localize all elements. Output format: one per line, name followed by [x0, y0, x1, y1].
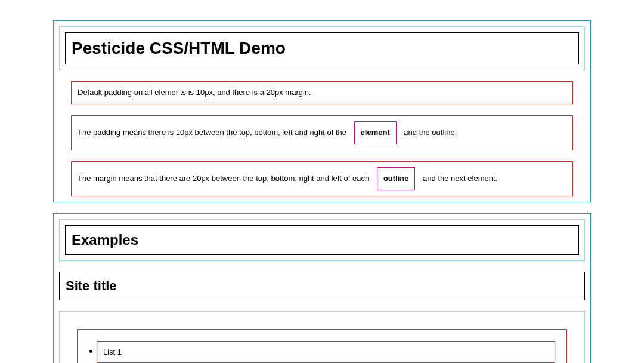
intro-paragraph-2: The padding means there is 10px between …	[72, 116, 572, 150]
examples-section: Examples Site title List 1	[54, 214, 590, 363]
intro-paragraph-3: The margin means that there are 20px bet…	[72, 162, 572, 196]
element-strong: element	[355, 122, 396, 144]
page-title: Pesticide CSS/HTML Demo	[66, 33, 578, 64]
intro-section: Pesticide CSS/HTML Demo Default padding …	[54, 21, 590, 202]
intro-paragraph-1: Default padding on all elements is 10px,…	[72, 82, 572, 104]
intro-header-box: Pesticide CSS/HTML Demo	[60, 27, 584, 70]
p2-text-b: and the outline.	[404, 128, 457, 137]
p2-text-a: The padding means there is 10px between …	[78, 128, 346, 137]
outline-strong: outline	[377, 168, 415, 190]
list-outer: List 1	[78, 330, 566, 363]
site-title-heading: Site title	[60, 272, 584, 300]
p3-text-a: The margin means that there are 20px bet…	[78, 174, 369, 183]
examples-heading: Examples	[66, 226, 578, 254]
nav-box: List 1	[60, 312, 584, 363]
examples-header-box: Examples	[60, 220, 584, 260]
p3-text-b: and the next element.	[423, 174, 497, 183]
bullet-icon	[89, 350, 92, 353]
list-row-1: List 1	[89, 342, 555, 362]
list-item-1: List 1	[97, 342, 555, 362]
